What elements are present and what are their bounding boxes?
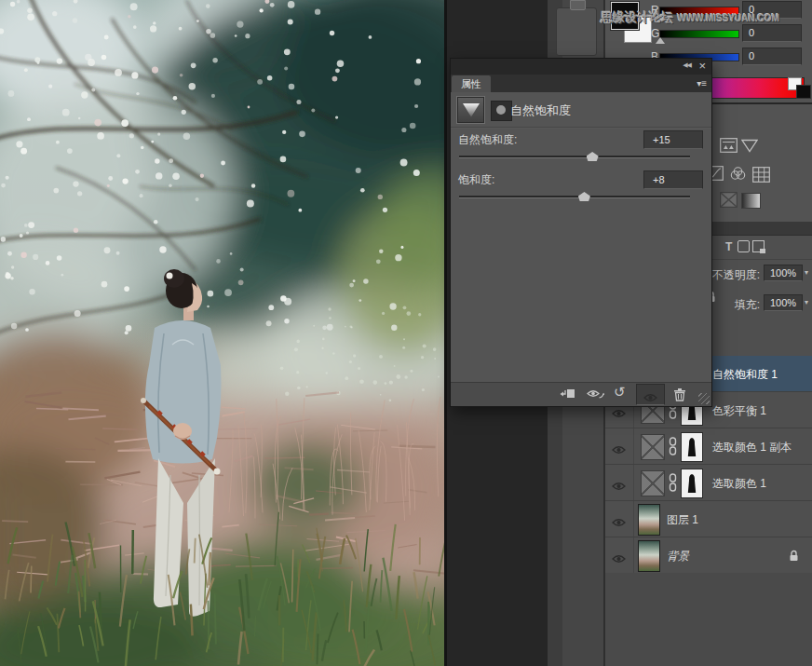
collapse-to-icons-icon[interactable]: ◀◀ bbox=[683, 61, 691, 69]
ramp-black-chip[interactable] bbox=[796, 85, 811, 99]
dock-mini-icon bbox=[570, 0, 586, 10]
reset-adjustment-icon[interactable]: ↺ bbox=[614, 386, 626, 399]
layer-mask-thumbnail[interactable] bbox=[681, 432, 703, 462]
image-layer-thumbnail[interactable] bbox=[638, 540, 660, 572]
fill-value-box[interactable]: 100% bbox=[764, 294, 803, 311]
divider bbox=[451, 127, 711, 129]
image-layer-thumbnail[interactable] bbox=[638, 504, 660, 536]
layer-mask-thumbnail[interactable] bbox=[681, 469, 703, 498]
eye-icon bbox=[643, 389, 657, 399]
adjustment-layer-thumbnail[interactable] bbox=[641, 434, 665, 460]
layer-name: 图层 1 bbox=[667, 512, 698, 528]
clip-to-layer-icon[interactable] bbox=[558, 387, 576, 404]
layer-name: 选取颜色 1 bbox=[712, 476, 766, 492]
layer-name: 选取颜色 1 副本 bbox=[712, 440, 792, 455]
mask-thumbnail-button[interactable] bbox=[491, 101, 512, 121]
site-watermark: 思缘设计论坛 WWW.MISSYUAN.COM bbox=[601, 8, 812, 26]
adjustment-title: 自然饱和度 bbox=[510, 102, 571, 119]
filter-shape-icon[interactable] bbox=[738, 240, 750, 252]
color-balance-adjustment-icon[interactable] bbox=[729, 166, 747, 184]
delete-adjustment-trash-icon[interactable] bbox=[673, 387, 686, 405]
layer-visibility-eye-icon[interactable] bbox=[612, 442, 626, 451]
view-previous-state-icon[interactable] bbox=[586, 387, 605, 404]
vibrance-slider-track[interactable] bbox=[459, 156, 690, 158]
saturation-slider-thumb[interactable] bbox=[578, 192, 590, 201]
properties-floating-panel: ◀◀ × 属性 ▾≡ 自然饱和度 自然饱和度: +15 饱和度: +8 bbox=[450, 58, 712, 407]
green-slider-thumb[interactable] bbox=[656, 37, 665, 44]
adjustment-layer-thumbnail[interactable] bbox=[641, 470, 665, 496]
vibrance-slider-thumb[interactable] bbox=[587, 152, 599, 161]
mask-link-chain-icon[interactable] bbox=[669, 473, 677, 496]
tab-properties[interactable]: 属性 bbox=[452, 75, 491, 92]
collapsed-panel-button[interactable] bbox=[556, 7, 597, 56]
fill-dropdown-arrow[interactable]: ▾ bbox=[805, 298, 808, 306]
green-value-box[interactable]: 0 bbox=[742, 24, 802, 42]
blue-value-box[interactable]: 0 bbox=[742, 48, 802, 65]
properties-titlebar[interactable]: ◀◀ × bbox=[451, 59, 711, 75]
levels-adjustment-icon[interactable] bbox=[720, 138, 738, 156]
layer-visibility-eye-icon[interactable] bbox=[612, 514, 626, 523]
channel-mixer-adjustment-icon[interactable] bbox=[752, 167, 770, 186]
layer-name: 背景 bbox=[667, 549, 689, 564]
saturation-value-box[interactable]: +8 bbox=[643, 170, 703, 189]
vibrance-value-box[interactable]: +15 bbox=[643, 130, 703, 149]
watermark-site-url: WWW.MISSYUAN.COM bbox=[677, 13, 778, 23]
filter-smart-object-icon[interactable] bbox=[752, 240, 765, 252]
layer-row-selective-color-copy[interactable]: 选取颜色 1 副本 bbox=[605, 428, 812, 465]
document-edge bbox=[444, 0, 447, 666]
close-icon[interactable]: × bbox=[698, 59, 706, 73]
panel-resize-grip[interactable] bbox=[698, 393, 710, 404]
photo-canvas[interactable] bbox=[0, 0, 447, 666]
layer-visibility-eye-icon[interactable] bbox=[612, 478, 626, 487]
saturation-slider-label: 饱和度: bbox=[458, 172, 494, 188]
watermark-site-name: 思缘设计论坛 bbox=[601, 10, 673, 24]
vibrance-badge-icon bbox=[457, 97, 484, 123]
gradient-map-adjustment-icon[interactable] bbox=[720, 192, 738, 211]
green-channel-slider[interactable] bbox=[659, 30, 739, 38]
vibrance-slider-label: 自然饱和度: bbox=[458, 132, 517, 148]
layer-visibility-eye-icon[interactable] bbox=[612, 550, 626, 560]
toggle-visibility-button[interactable] bbox=[636, 384, 665, 405]
properties-body: 自然饱和度 自然饱和度: +15 饱和度: +8 ↺ bbox=[451, 92, 711, 406]
background-lock-icon bbox=[789, 549, 799, 565]
layer-row-layer1[interactable]: 图层 1 bbox=[605, 501, 812, 537]
gradient-adjustment-icon[interactable] bbox=[741, 193, 761, 209]
layer-name: 自然饱和度 1 bbox=[712, 367, 778, 383]
opacity-dropdown-arrow[interactable]: ▾ bbox=[805, 268, 808, 277]
saturation-slider-track[interactable] bbox=[459, 196, 690, 198]
vibrance-adjustment-icon[interactable] bbox=[741, 139, 758, 156]
filter-type-icon[interactable]: T bbox=[725, 241, 732, 253]
panel-menu-icon[interactable]: ▾≡ bbox=[697, 78, 707, 88]
mask-link-chain-icon[interactable] bbox=[669, 437, 677, 459]
layer-row-background[interactable]: 背景 bbox=[605, 537, 812, 574]
photoshop-workspace: R 0 G 0 B 0 T 不透明度: 100% bbox=[0, 0, 812, 666]
layer-name: 色彩平衡 1 bbox=[712, 403, 766, 419]
layer-row-selective-color[interactable]: 选取颜色 1 bbox=[605, 465, 812, 501]
properties-tab-strip: 属性 ▾≡ bbox=[451, 75, 711, 92]
properties-footer: ↺ bbox=[451, 382, 711, 406]
opacity-value-box[interactable]: 100% bbox=[764, 265, 803, 281]
layers-empty-area bbox=[605, 573, 812, 666]
